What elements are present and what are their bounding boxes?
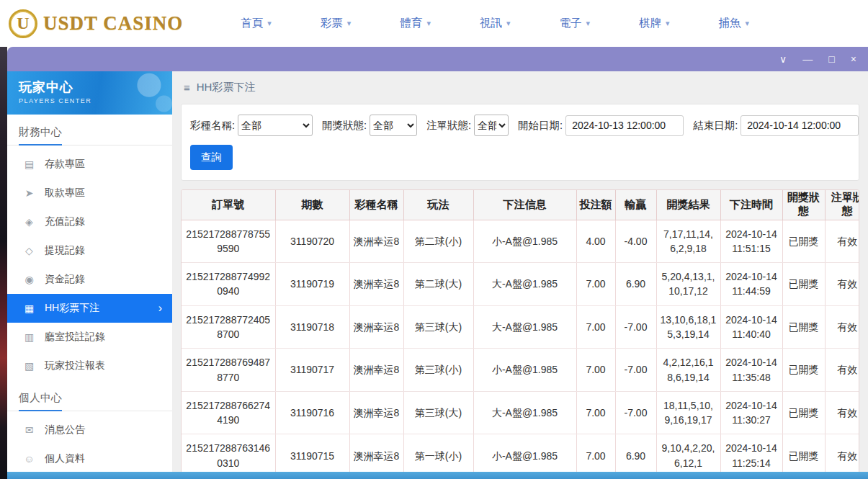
cell-lottery-name: 澳洲幸运8 <box>349 349 403 392</box>
cell-period: 31190718 <box>275 305 349 349</box>
sidebar-item-announcements[interactable]: ✉消息公告 <box>7 416 172 444</box>
window-close-icon[interactable]: × <box>851 54 856 64</box>
player-center-window: ∨ — □ × 玩家中心 PLAYERS CENTER 財務中心▤存款專區➤取款… <box>7 47 868 479</box>
hamburger-menu-icon[interactable]: ≡ <box>184 81 190 94</box>
lottery-name-select[interactable]: 全部 <box>238 115 313 136</box>
sidebar-item-withdraw-zone[interactable]: ➤取款專區 <box>7 179 172 207</box>
cell-draw-status: 已開獎 <box>782 349 825 392</box>
window-restore-icon[interactable]: ∨ <box>779 54 787 64</box>
chevron-down-icon: ▾ <box>426 19 431 28</box>
nav-item-label: 棋牌 <box>639 16 661 31</box>
nav-item-live-video[interactable]: 視訊▾ <box>455 16 535 31</box>
sidebar-item-label: HH彩票下注 <box>45 302 99 315</box>
sidebar-item-label: 廳室投註記錄 <box>45 331 105 344</box>
order-status-select[interactable]: 全部 <box>474 115 509 136</box>
column-header-win-loss: 輸贏 <box>615 190 656 220</box>
table-row: 215217288769487877031190717澳洲幸运8第三球(小)小-… <box>182 349 859 392</box>
column-header-play-type: 玩法 <box>403 190 473 220</box>
sidebar-item-label: 存款專區 <box>45 158 85 171</box>
nav-item-label: 首頁 <box>241 16 263 31</box>
nav-item-lottery[interactable]: 彩票▾ <box>296 16 376 31</box>
start-date-label: 開始日期: <box>518 119 563 133</box>
cell-play-type: 第二球(小) <box>403 220 473 263</box>
announcement-bell-icon: ✉ <box>23 424 35 436</box>
cell-bet-time: 2024-10-14 11:44:59 <box>720 263 782 306</box>
sidebar-item-label: 提現記錄 <box>45 244 85 257</box>
nav-item-electronic[interactable]: 電子▾ <box>534 16 614 31</box>
brand-logo[interactable]: U USDT CASINO <box>9 9 183 38</box>
table-row: 215217288766274419031190716澳洲幸运8第三球(大)大-… <box>182 391 859 434</box>
nav-item-home[interactable]: 首頁▾ <box>216 16 296 31</box>
main-nav: 首頁▾彩票▾體育▾視訊▾電子▾棋牌▾捕魚▾ <box>216 16 774 31</box>
window-minimize-icon[interactable]: — <box>802 54 813 64</box>
draw-status-select[interactable]: 全部 <box>370 115 417 136</box>
chevron-down-icon: ▾ <box>347 19 352 28</box>
cell-draw-status: 已開獎 <box>782 305 825 349</box>
bets-table: 訂單號期數彩種名稱玩法下注信息投注額輸贏開獎結果下注時間開獎狀態注單狀態 215… <box>182 190 859 472</box>
cell-bet-amount: 7.00 <box>576 349 615 392</box>
cell-lottery-name: 澳洲幸运8 <box>349 220 403 263</box>
chevron-right-icon: › <box>158 302 162 315</box>
bets-table-card: 訂單號期數彩種名稱玩法下注信息投注額輸贏開獎結果下注時間開獎狀態注單狀態 215… <box>181 189 859 472</box>
brand-emblem-icon: U <box>9 9 37 38</box>
brand-emblem-letter: U <box>17 14 29 33</box>
order-status-label: 注單狀態: <box>426 119 471 133</box>
search-button[interactable]: 查詢 <box>190 145 233 170</box>
cell-order-status: 有效 <box>825 434 859 472</box>
sidebar-section-header: 個人中心 <box>7 380 172 411</box>
sidebar-item-funds-records[interactable]: ◉資金記錄 <box>7 265 172 294</box>
nav-item-sports[interactable]: 體育▾ <box>375 16 455 31</box>
cell-draw-status: 已開獎 <box>782 434 825 472</box>
window-maximize-icon[interactable]: □ <box>828 54 834 64</box>
chevron-down-icon: ▾ <box>267 19 272 28</box>
sidebar-item-hh-lottery-bets[interactable]: ▦HH彩票下注› <box>7 294 172 323</box>
sidebar-item-player-bet-report[interactable]: ▧玩家投注報表 <box>7 352 172 380</box>
cell-win-loss: -7.00 <box>615 391 656 434</box>
cell-period: 31190720 <box>275 220 349 263</box>
deposit-card-icon: ▤ <box>23 158 35 170</box>
cell-period: 31190715 <box>275 434 349 472</box>
cell-play-type: 第一球(小) <box>403 434 473 472</box>
cell-order-no: 2152172887631460310 <box>182 434 275 472</box>
cell-order-status: 有效 <box>825 263 859 306</box>
cell-order-no: 2152172887724058700 <box>182 305 275 349</box>
sidebar-item-label: 消息公告 <box>45 424 85 437</box>
cell-bet-amount: 7.00 <box>576 391 615 434</box>
cell-bet-time: 2024-10-14 11:30:27 <box>720 391 782 434</box>
sidebar-item-room-bet-records[interactable]: ▥廳室投註記錄 <box>7 323 172 352</box>
column-header-lottery-name: 彩種名稱 <box>349 190 403 220</box>
end-date-input[interactable] <box>741 115 859 136</box>
sidebar-item-label: 資金記錄 <box>45 273 85 286</box>
cell-win-loss: -4.00 <box>615 220 656 263</box>
lottery-name-label: 彩種名稱: <box>190 119 235 133</box>
cell-order-no: 2152172887694878770 <box>182 349 275 392</box>
breadcrumb: ≡ HH彩票下注 <box>172 71 868 102</box>
sidebar-item-label: 取款專區 <box>45 187 85 200</box>
cell-bet-amount: 7.00 <box>576 434 615 472</box>
horizontal-scrollbar[interactable] <box>7 472 868 479</box>
sidebar-item-withdrawal-records[interactable]: ◇提現記錄 <box>7 236 172 265</box>
cell-bet-time: 2024-10-14 11:40:40 <box>720 305 782 349</box>
sidebar-item-recharge-records[interactable]: ◈充值記錄 <box>7 207 172 236</box>
cell-draw-result: 13,10,6,18,15,3,19,14 <box>656 305 720 349</box>
nav-item-label: 彩票 <box>321 16 343 31</box>
brand-name: USDT CASINO <box>43 12 183 35</box>
nav-item-chess-cards[interactable]: 棋牌▾ <box>614 16 694 31</box>
nav-item-label: 捕魚 <box>719 16 741 31</box>
nav-item-fishing[interactable]: 捕魚▾ <box>694 16 774 31</box>
nav-item-label: 電子 <box>559 16 581 31</box>
chevron-down-icon: ▾ <box>506 19 511 28</box>
profile-person-icon: ☺ <box>23 453 35 465</box>
sidebar-item-deposit-zone[interactable]: ▤存款專區 <box>7 150 172 179</box>
page-title: HH彩票下注 <box>197 81 256 94</box>
sidebar-item-label: 個人資料 <box>45 452 85 465</box>
report-chart-icon: ▧ <box>23 360 35 372</box>
start-date-input[interactable] <box>565 115 684 136</box>
cell-order-no: 2152172887787559590 <box>182 220 275 263</box>
cell-order-status: 有效 <box>825 391 859 434</box>
cell-bet-time: 2024-10-14 11:51:15 <box>720 220 782 263</box>
sidebar-item-profile[interactable]: ☺個人資料 <box>7 444 172 472</box>
sidebar-item-label: 玩家投注報表 <box>45 359 105 372</box>
cell-order-status: 有效 <box>825 349 859 392</box>
sidebar-subtitle: PLAYERS CENTER <box>19 97 161 104</box>
